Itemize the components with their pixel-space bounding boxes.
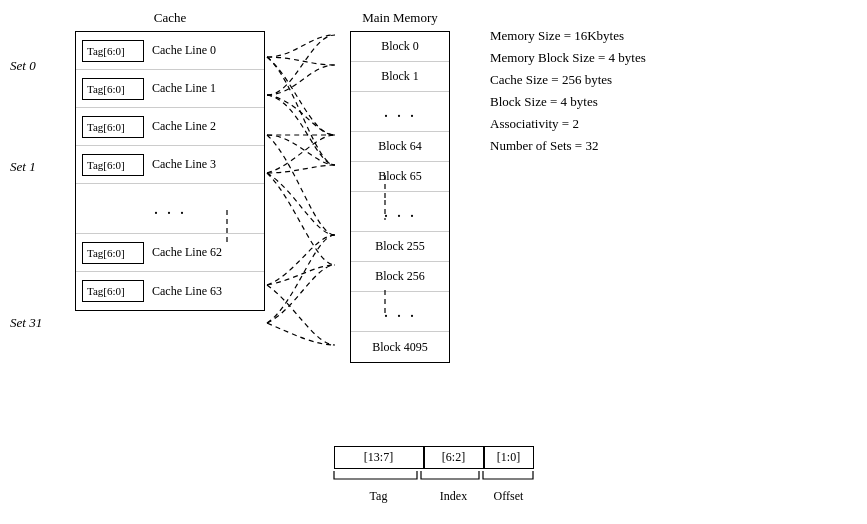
memory-block-0: Block 0 (351, 32, 449, 62)
addr-index-label: Index (424, 489, 484, 504)
set0-label: Set 0 (10, 58, 60, 74)
cache-title: Cache (154, 10, 186, 26)
cache-line-label-3: Cache Line 3 (152, 157, 216, 172)
addr-offset-box: [1:0] (484, 446, 534, 469)
cache-line-label-63: Cache Line 63 (152, 284, 222, 299)
cache-line-row-62: Tag[6:0] Cache Line 62 (76, 234, 264, 272)
memory-block-256: Block 256 (351, 262, 449, 292)
addr-index-box: [6:2] (424, 446, 484, 469)
info-line-4: Associativity = 2 (490, 113, 646, 135)
memory-title: Main Memory (362, 10, 437, 26)
address-boxes: [13:7] [6:2] [1:0] (334, 446, 534, 469)
addr-bracket-svg (329, 469, 539, 487)
memory-dots-1: . . . (351, 92, 449, 132)
memory-block-65: Block 65 (351, 162, 449, 192)
memory-section: Main Memory Block 0 Block 1 . . . Block … (340, 10, 460, 410)
info-line-0: Memory Size = 16Kbytes (490, 25, 646, 47)
memory-block-4095: Block 4095 (351, 332, 449, 362)
tag-box-2: Tag[6:0] (82, 116, 144, 138)
info-line-1: Memory Block Size = 4 bytes (490, 47, 646, 69)
cache-line-label-0: Cache Line 0 (152, 43, 216, 58)
cache-line-row-1: Tag[6:0] Cache Line 1 (76, 70, 264, 108)
tag-box-63: Tag[6:0] (82, 280, 144, 302)
memory-dots-3: . . . (351, 292, 449, 332)
info-line-2: Cache Size = 256 bytes (490, 69, 646, 91)
addr-offset-label: Offset (484, 489, 534, 504)
memory-block-64: Block 64 (351, 132, 449, 162)
info-line-3: Block Size = 4 bytes (490, 91, 646, 113)
set31-label: Set 31 (10, 315, 60, 331)
addr-tag-label: Tag (334, 489, 424, 504)
cache-line-row-3: Tag[6:0] Cache Line 3 (76, 146, 264, 184)
cache-line-row-0: Tag[6:0] Cache Line 0 (76, 32, 264, 70)
memory-dots-2: . . . (351, 192, 449, 232)
set-labels: Set 0 Set 1 Set 31 (10, 10, 60, 410)
cache-body: Tag[6:0] Cache Line 0 Tag[6:0] Cache Lin… (75, 31, 265, 311)
info-panel: Memory Size = 16Kbytes Memory Block Size… (490, 10, 646, 410)
addr-tag-box: [13:7] (334, 446, 424, 469)
cache-line-label-1: Cache Line 1 (152, 81, 216, 96)
memory-body: Block 0 Block 1 . . . Block 64 Block 65 … (350, 31, 450, 363)
main-diagram: Set 0 Set 1 Set 31 Cache Tag[6:0] Cache … (0, 0, 867, 420)
memory-block-255: Block 255 (351, 232, 449, 262)
set1-label: Set 1 (10, 159, 60, 175)
tag-box-62: Tag[6:0] (82, 242, 144, 264)
memory-block-1: Block 1 (351, 62, 449, 92)
cache-line-label-62: Cache Line 62 (152, 245, 222, 260)
cache-line-row-2: Tag[6:0] Cache Line 2 (76, 108, 264, 146)
cache-line-label-2: Cache Line 2 (152, 119, 216, 134)
tag-box-3: Tag[6:0] (82, 154, 144, 176)
address-labels: Tag Index Offset (334, 489, 534, 504)
cache-dots: . . . (76, 184, 264, 234)
info-line-5: Number of Sets = 32 (490, 135, 646, 157)
tag-box-0: Tag[6:0] (82, 40, 144, 62)
address-section: [13:7] [6:2] [1:0] Tag Index Offset (329, 446, 539, 504)
cache-line-row-63: Tag[6:0] Cache Line 63 (76, 272, 264, 310)
tag-box-1: Tag[6:0] (82, 78, 144, 100)
cache-section: Cache Tag[6:0] Cache Line 0 Tag[6:0] Cac… (60, 10, 280, 410)
